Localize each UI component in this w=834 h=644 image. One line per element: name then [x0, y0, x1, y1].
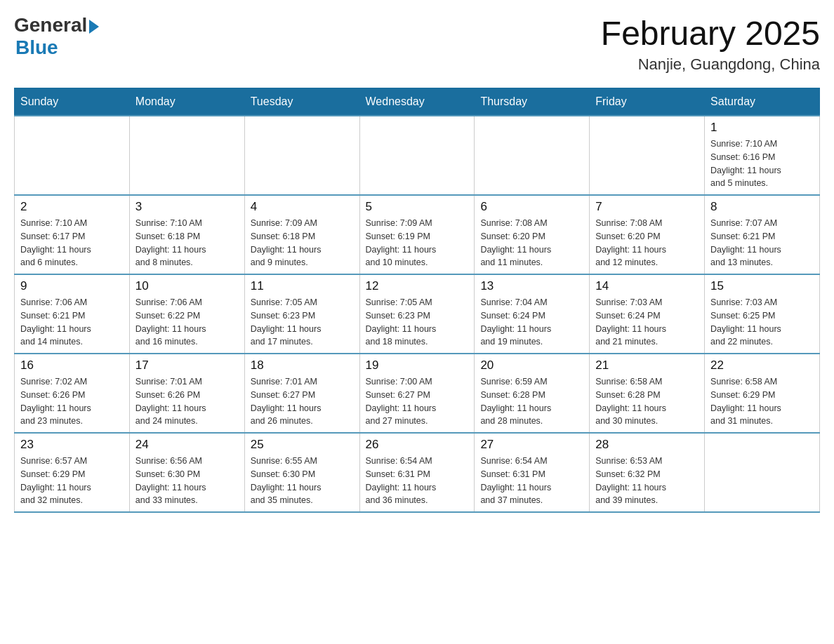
day-number: 1: [710, 121, 814, 135]
calendar-cell: 21Sunrise: 6:58 AMSunset: 6:28 PMDayligh…: [590, 354, 705, 433]
day-number: 11: [251, 279, 354, 293]
day-number: 22: [710, 358, 814, 373]
calendar-week-row: 16Sunrise: 7:02 AMSunset: 6:26 PMDayligh…: [15, 354, 820, 433]
title-section: February 2025 Nanjie, Guangdong, China: [601, 14, 820, 74]
day-number: 21: [595, 358, 699, 373]
calendar-week-row: 2Sunrise: 7:10 AMSunset: 6:17 PMDaylight…: [15, 195, 820, 274]
day-info: Sunrise: 7:09 AMSunset: 6:18 PMDaylight:…: [251, 217, 354, 269]
calendar-cell: 18Sunrise: 7:01 AMSunset: 6:27 PMDayligh…: [244, 354, 359, 433]
day-info: Sunrise: 7:03 AMSunset: 6:25 PMDaylight:…: [710, 296, 814, 349]
weekday-header-wednesday: Wednesday: [359, 88, 475, 116]
day-info: Sunrise: 7:03 AMSunset: 6:24 PMDaylight:…: [595, 296, 699, 349]
calendar-cell: [590, 116, 705, 195]
day-number: 19: [366, 358, 469, 373]
calendar-cell: 28Sunrise: 6:53 AMSunset: 6:32 PMDayligh…: [590, 433, 705, 512]
page-header: General Blue February 2025 Nanjie, Guang…: [14, 14, 820, 74]
day-number: 3: [135, 200, 239, 214]
calendar-cell: 16Sunrise: 7:02 AMSunset: 6:26 PMDayligh…: [15, 354, 130, 433]
calendar-cell: 17Sunrise: 7:01 AMSunset: 6:26 PMDayligh…: [129, 354, 244, 433]
day-number: 7: [595, 200, 699, 214]
weekday-header-friday: Friday: [590, 88, 705, 116]
calendar-cell: 5Sunrise: 7:09 AMSunset: 6:19 PMDaylight…: [359, 195, 475, 274]
calendar-cell: 25Sunrise: 6:55 AMSunset: 6:30 PMDayligh…: [244, 433, 359, 512]
day-number: 16: [20, 358, 124, 373]
day-number: 9: [20, 279, 124, 293]
calendar-cell: 24Sunrise: 6:56 AMSunset: 6:30 PMDayligh…: [129, 433, 244, 512]
month-title: February 2025: [601, 14, 820, 53]
logo-general-text: General: [14, 14, 87, 36]
day-number: 5: [366, 200, 469, 214]
day-info: Sunrise: 7:06 AMSunset: 6:21 PMDaylight:…: [20, 296, 124, 349]
day-number: 28: [595, 438, 699, 452]
calendar-cell: 6Sunrise: 7:08 AMSunset: 6:20 PMDaylight…: [475, 195, 590, 274]
day-info: Sunrise: 6:57 AMSunset: 6:29 PMDaylight:…: [20, 455, 124, 507]
day-number: 6: [480, 200, 583, 214]
day-info: Sunrise: 7:10 AMSunset: 6:16 PMDaylight:…: [710, 137, 814, 190]
day-info: Sunrise: 7:09 AMSunset: 6:19 PMDaylight:…: [366, 217, 469, 269]
weekday-header-tuesday: Tuesday: [244, 88, 359, 116]
calendar-cell: 15Sunrise: 7:03 AMSunset: 6:25 PMDayligh…: [705, 274, 820, 354]
day-number: 25: [251, 438, 354, 452]
calendar-cell: 19Sunrise: 7:00 AMSunset: 6:27 PMDayligh…: [359, 354, 475, 433]
day-number: 20: [480, 358, 583, 373]
day-info: Sunrise: 7:01 AMSunset: 6:27 PMDaylight:…: [251, 375, 354, 428]
calendar-week-row: 1Sunrise: 7:10 AMSunset: 6:16 PMDaylight…: [15, 116, 820, 195]
calendar-cell: 8Sunrise: 7:07 AMSunset: 6:21 PMDaylight…: [705, 195, 820, 274]
weekday-header-saturday: Saturday: [705, 88, 820, 116]
logo-arrow-icon: [89, 20, 99, 34]
day-info: Sunrise: 7:02 AMSunset: 6:26 PMDaylight:…: [20, 375, 124, 428]
logo: General Blue: [14, 14, 99, 59]
calendar-cell: 9Sunrise: 7:06 AMSunset: 6:21 PMDaylight…: [15, 274, 130, 354]
day-info: Sunrise: 7:05 AMSunset: 6:23 PMDaylight:…: [251, 296, 354, 349]
calendar-cell: [475, 116, 590, 195]
calendar-cell: 14Sunrise: 7:03 AMSunset: 6:24 PMDayligh…: [590, 274, 705, 354]
calendar-cell: 26Sunrise: 6:54 AMSunset: 6:31 PMDayligh…: [359, 433, 475, 512]
day-info: Sunrise: 7:10 AMSunset: 6:18 PMDaylight:…: [135, 217, 239, 269]
day-info: Sunrise: 6:54 AMSunset: 6:31 PMDaylight:…: [480, 455, 583, 507]
day-info: Sunrise: 7:08 AMSunset: 6:20 PMDaylight:…: [595, 217, 699, 269]
day-number: 12: [366, 279, 469, 293]
day-number: 23: [20, 438, 124, 452]
calendar-cell: 20Sunrise: 6:59 AMSunset: 6:28 PMDayligh…: [475, 354, 590, 433]
calendar-week-row: 23Sunrise: 6:57 AMSunset: 6:29 PMDayligh…: [15, 433, 820, 512]
calendar-cell: 2Sunrise: 7:10 AMSunset: 6:17 PMDaylight…: [15, 195, 130, 274]
calendar-cell: [359, 116, 475, 195]
day-number: 27: [480, 438, 583, 452]
day-number: 2: [20, 200, 124, 214]
weekday-header-thursday: Thursday: [475, 88, 590, 116]
day-info: Sunrise: 7:07 AMSunset: 6:21 PMDaylight:…: [710, 217, 814, 269]
day-info: Sunrise: 6:59 AMSunset: 6:28 PMDaylight:…: [480, 375, 583, 428]
calendar-cell: 3Sunrise: 7:10 AMSunset: 6:18 PMDaylight…: [129, 195, 244, 274]
day-number: 10: [135, 279, 239, 293]
day-info: Sunrise: 7:05 AMSunset: 6:23 PMDaylight:…: [366, 296, 469, 349]
day-info: Sunrise: 6:58 AMSunset: 6:28 PMDaylight:…: [595, 375, 699, 428]
day-info: Sunrise: 7:00 AMSunset: 6:27 PMDaylight:…: [366, 375, 469, 428]
day-info: Sunrise: 7:01 AMSunset: 6:26 PMDaylight:…: [135, 375, 239, 428]
day-info: Sunrise: 6:56 AMSunset: 6:30 PMDaylight:…: [135, 455, 239, 507]
calendar-cell: [129, 116, 244, 195]
day-number: 13: [480, 279, 583, 293]
weekday-header-sunday: Sunday: [15, 88, 130, 116]
weekday-header-monday: Monday: [129, 88, 244, 116]
calendar-cell: 23Sunrise: 6:57 AMSunset: 6:29 PMDayligh…: [15, 433, 130, 512]
location-title: Nanjie, Guangdong, China: [601, 55, 820, 74]
calendar-cell: [244, 116, 359, 195]
calendar-header-row: SundayMondayTuesdayWednesdayThursdayFrid…: [15, 88, 820, 116]
calendar-cell: 13Sunrise: 7:04 AMSunset: 6:24 PMDayligh…: [475, 274, 590, 354]
day-number: 14: [595, 279, 699, 293]
day-info: Sunrise: 6:55 AMSunset: 6:30 PMDaylight:…: [251, 455, 354, 507]
day-number: 4: [251, 200, 354, 214]
day-info: Sunrise: 7:04 AMSunset: 6:24 PMDaylight:…: [480, 296, 583, 349]
day-number: 24: [135, 438, 239, 452]
calendar-cell: 1Sunrise: 7:10 AMSunset: 6:16 PMDaylight…: [705, 116, 820, 195]
calendar-week-row: 9Sunrise: 7:06 AMSunset: 6:21 PMDaylight…: [15, 274, 820, 354]
calendar-cell: 11Sunrise: 7:05 AMSunset: 6:23 PMDayligh…: [244, 274, 359, 354]
day-number: 8: [710, 200, 814, 214]
calendar-cell: [15, 116, 130, 195]
day-number: 26: [366, 438, 469, 452]
calendar-cell: 22Sunrise: 6:58 AMSunset: 6:29 PMDayligh…: [705, 354, 820, 433]
day-info: Sunrise: 6:53 AMSunset: 6:32 PMDaylight:…: [595, 455, 699, 507]
day-info: Sunrise: 7:06 AMSunset: 6:22 PMDaylight:…: [135, 296, 239, 349]
calendar-cell: 10Sunrise: 7:06 AMSunset: 6:22 PMDayligh…: [129, 274, 244, 354]
day-number: 17: [135, 358, 239, 373]
